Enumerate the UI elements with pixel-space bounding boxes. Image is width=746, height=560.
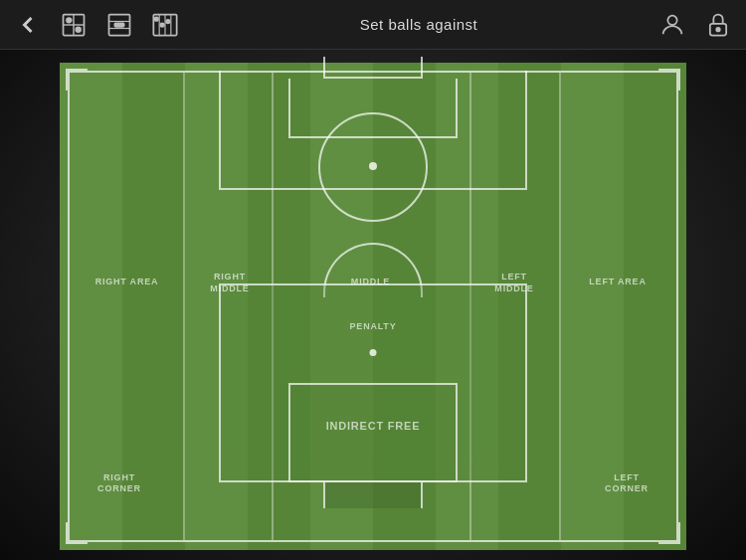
back-button[interactable] <box>6 3 50 47</box>
vline-1 <box>183 73 185 540</box>
back-icon <box>14 11 42 39</box>
tactics-button[interactable] <box>52 3 95 47</box>
svg-point-4 <box>76 27 81 32</box>
formation-button[interactable] <box>97 3 141 47</box>
svg-point-14 <box>160 23 164 27</box>
person-icon <box>658 11 686 39</box>
penalty-dot <box>370 349 377 356</box>
toolbar-left <box>0 3 187 47</box>
person-button[interactable] <box>651 3 694 47</box>
page-title: Set balls against <box>187 16 651 33</box>
soccer-field: RIGHT AREA RIGHTMIDDLE MIDDLE LEFTMIDDLE… <box>60 63 686 550</box>
vline-4 <box>559 73 561 540</box>
players-icon <box>151 11 179 39</box>
toolbar-right <box>651 3 746 47</box>
formation-icon <box>105 11 133 39</box>
svg-point-3 <box>67 18 72 23</box>
svg-point-18 <box>716 27 720 31</box>
svg-point-16 <box>667 15 676 24</box>
goal-top <box>323 57 423 79</box>
toolbar: Set balls against <box>0 0 746 50</box>
svg-point-15 <box>166 19 170 23</box>
lock-icon <box>704 11 732 39</box>
tactics-icon <box>60 11 88 39</box>
goal-area-bottom <box>288 383 458 482</box>
svg-point-13 <box>155 17 159 21</box>
svg-rect-8 <box>114 23 123 27</box>
players-button[interactable] <box>143 3 187 47</box>
center-dot <box>369 162 377 170</box>
lock-button[interactable] <box>696 3 740 47</box>
goal-bottom <box>323 480 423 508</box>
